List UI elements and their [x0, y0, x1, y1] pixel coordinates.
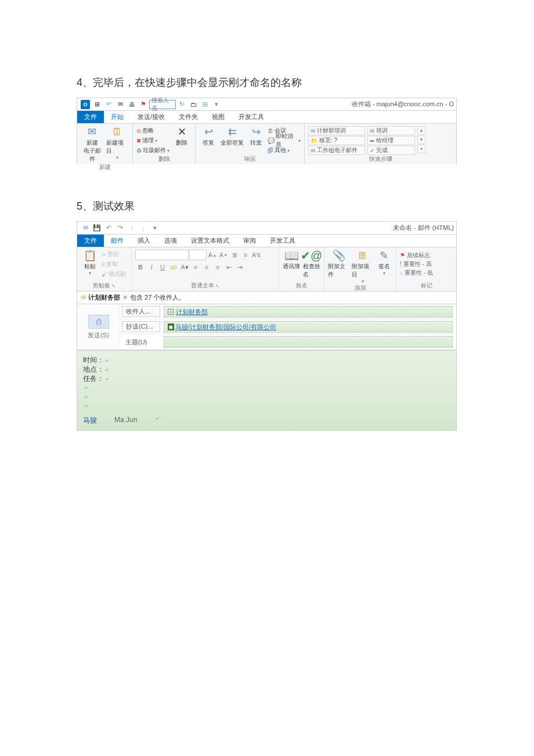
align-right-button[interactable]: ≡ — [212, 262, 223, 272]
format-painter-button[interactable]: 🖌格式刷 — [102, 269, 126, 279]
group-label-respond: 响应 — [199, 155, 301, 164]
delete-button[interactable]: ✕ 删除 — [172, 125, 192, 147]
quickstep-item[interactable]: ➥给经理 — [367, 136, 415, 145]
subject-field[interactable] — [164, 336, 453, 348]
tab-folder[interactable]: 文件夹 — [172, 111, 205, 123]
shrink-font-button[interactable]: A▼ — [218, 250, 229, 260]
tab-message[interactable]: 邮件 — [104, 235, 131, 247]
bullets-button[interactable]: ≣ — [229, 250, 240, 260]
qat-search-people[interactable]: 搜索人员 — [149, 100, 176, 109]
qat-ruler-icon[interactable]: ⊟ — [200, 99, 210, 110]
quickstep-item[interactable]: ✉工作组电子邮件 — [308, 146, 365, 155]
qat-mail-icon[interactable]: ✉ — [115, 99, 125, 110]
tab-insert[interactable]: 插入 — [131, 235, 157, 247]
compose-header: ⎙ 发送(S) 收件人... + 计划财务部 抄送(C)... ■ 马骏/计划财… — [77, 304, 456, 350]
save-icon[interactable]: 💾 — [92, 223, 102, 233]
attach-item-button[interactable]: 🗏附加项目▾ — [352, 249, 373, 284]
info-group-name: 计划财务部 — [88, 293, 120, 302]
font-color-button[interactable]: A▾ — [179, 262, 190, 272]
outdent-button[interactable]: ⇤ — [223, 262, 234, 272]
to-recipient-link[interactable]: 计划财务部 — [176, 308, 208, 316]
undo-icon[interactable]: ↶ — [103, 223, 114, 233]
qat-print-icon[interactable]: 🖶 — [127, 99, 137, 110]
group-label-delete: 删除 — [136, 155, 192, 164]
qat-refresh-icon[interactable]: ↻ — [176, 99, 187, 110]
send-button[interactable]: ⎙ 发送(S) — [77, 304, 120, 350]
new-item-button[interactable]: 🗓 新建项目 ▾ — [106, 125, 129, 160]
cc-recipient-link[interactable]: 马骏/计划财务部/国际公司/有限公司 — [175, 323, 276, 332]
meeting-icon: 🗓 — [268, 128, 273, 134]
to-field[interactable]: + 计划财务部 — [164, 306, 453, 318]
italic-button[interactable]: I — [146, 262, 157, 272]
junk-button[interactable]: ♻垃圾邮件▾ — [136, 146, 169, 155]
follow-up-button[interactable]: ⚑后续标志 — [400, 251, 430, 260]
info-remove-icon[interactable]: ✕ — [122, 294, 128, 301]
tab-view[interactable]: 视图 — [205, 111, 232, 123]
tab-review[interactable]: 审阅 — [236, 235, 263, 247]
qat-touch-icon[interactable]: ⊞ — [92, 99, 102, 110]
reply-button[interactable]: ↩答复 — [199, 125, 218, 147]
quickstep-item[interactable]: ✓完成 — [367, 146, 415, 155]
tab-options[interactable]: 选项 — [157, 235, 184, 247]
clear-format-button[interactable]: A↯ — [251, 250, 262, 260]
tab-developer[interactable]: 开发工具 — [263, 235, 302, 247]
qat-flag-icon[interactable]: ⚑ — [138, 99, 149, 110]
message-body[interactable]: 时间：↵ 地点：↵ 任务：↵ ↵ ↵ ↵ 马骏 Ma Jun ↵ — [77, 350, 456, 430]
align-center-button[interactable]: ≡ — [201, 262, 212, 272]
qat-undo-icon[interactable]: ↶ — [103, 99, 114, 110]
quickstep-item[interactable]: 📁移至: ? — [308, 136, 365, 145]
forward-person-icon: ➥ — [370, 138, 374, 144]
other-icon: 🗐 — [268, 147, 273, 154]
importance-low-button[interactable]: ↓重要性 - 低 — [400, 268, 433, 277]
expand-group-icon[interactable]: + — [168, 309, 174, 315]
info-summary: 包含 27 个收件人。 — [130, 293, 185, 302]
highlight-button[interactable]: ab — [168, 262, 179, 272]
check-names-button[interactable]: ✔@检查姓名 — [303, 249, 321, 279]
reply-all-button[interactable]: ⇇全部答复 — [220, 125, 244, 147]
grow-font-button[interactable]: A▲ — [207, 250, 218, 260]
font-select[interactable] — [135, 250, 189, 260]
cc-button[interactable]: 抄送(C)... — [122, 321, 160, 332]
copy-button[interactable]: ⎘复制 — [102, 260, 126, 269]
qat-customize-icon[interactable]: ▾ — [211, 99, 222, 110]
im-button[interactable]: 💬即时消息▾ — [268, 136, 301, 145]
cc-field[interactable]: ■ 马骏/计划财务部/国际公司/有限公司 — [164, 321, 453, 333]
attach-file-button[interactable]: 📎附加文件 — [328, 249, 349, 279]
importance-high-icon: ! — [400, 261, 402, 267]
signature-button[interactable]: ✎签名▾ — [376, 249, 392, 276]
quickstep-spinner[interactable]: ▲▼▾ — [417, 125, 425, 153]
align-left-button[interactable]: ≡ — [190, 262, 201, 272]
tab-format-text[interactable]: 设置文本格式 — [184, 235, 236, 247]
compose-ribbon-tabs: 文件 邮件 插入 选项 设置文本格式 审阅 开发工具 — [77, 235, 456, 247]
qat-folder-icon[interactable]: 🗀 — [188, 99, 199, 110]
to-button[interactable]: 收件人... — [122, 306, 160, 317]
tab-home[interactable]: 开始 — [104, 111, 131, 123]
redo-icon[interactable]: ↷ — [115, 223, 125, 233]
quickstep-item[interactable]: ✉培训 — [367, 126, 415, 135]
tab-send-receive[interactable]: 发送/接收 — [131, 111, 172, 123]
numbering-button[interactable]: ≡ — [240, 250, 251, 260]
ignore-button[interactable]: ⊘忽略 — [136, 126, 169, 135]
bold-button[interactable]: B — [135, 262, 146, 272]
tab-developer[interactable]: 开发工具 — [232, 111, 271, 123]
signature-english: Ma Jun — [114, 416, 137, 426]
quickstep-item[interactable]: ✉计财部培训 — [308, 126, 365, 135]
next-icon[interactable]: ↓ — [138, 223, 149, 233]
indent-button[interactable]: ⇥ — [234, 262, 245, 272]
group-label-names: 姓名 — [283, 282, 320, 291]
new-email-button[interactable]: ✉ 新建 电子邮件 — [81, 125, 104, 163]
font-size-select[interactable] — [189, 250, 207, 260]
address-book-button[interactable]: 📖通讯簿 — [283, 249, 301, 271]
cleanup-button[interactable]: ✖清理▾ — [136, 136, 169, 145]
forward-button[interactable]: ↪转发 — [247, 125, 265, 147]
qat-customize-icon[interactable]: ▾ — [150, 223, 160, 233]
mail-icon: ✉ — [370, 128, 374, 134]
tab-file[interactable]: 文件 — [77, 111, 104, 123]
cut-button[interactable]: ✂剪切 — [102, 250, 126, 259]
tab-file[interactable]: 文件 — [77, 235, 104, 247]
prev-icon[interactable]: ↑ — [127, 223, 137, 233]
importance-high-button[interactable]: !重要性 - 高 — [400, 260, 432, 268]
other-button[interactable]: 🗐其他▾ — [268, 146, 301, 155]
paste-button[interactable]: 📋 粘贴▾ — [81, 249, 99, 276]
underline-button[interactable]: U — [157, 262, 168, 272]
